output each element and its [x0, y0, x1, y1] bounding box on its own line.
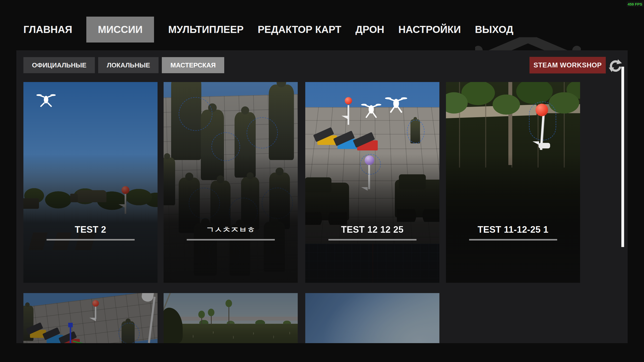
mission-thumbnail-platform	[305, 82, 439, 283]
mission-card-test-12-12-25[interactable]: TEST 12 12 25	[305, 82, 439, 283]
missions-panel: ОФИЦИАЛЬНЫЕ ЛОКАЛЬНЫЕ МАСТЕРСКАЯ STEAM W…	[16, 50, 628, 343]
mission-card-hangul[interactable]: ㄱㅅㅊㅈㅂㅎ	[164, 82, 298, 283]
mission-thumbnail-field	[23, 82, 158, 283]
scene-dim	[305, 293, 439, 343]
mission-thumbnail-soldiers	[164, 82, 298, 283]
missions-scrollbar[interactable]	[621, 67, 624, 247]
emblem-arm-right	[524, 37, 579, 50]
nav-item-missions[interactable]: МИССИИ	[86, 17, 154, 43]
refresh-arrows-glyph	[608, 58, 623, 73]
mission-thumbnail-forest	[446, 82, 580, 283]
mission-card-test-11-12-25-1[interactable]: TEST 11-12-25 1	[446, 82, 580, 283]
mission-card-untitled-3[interactable]	[305, 293, 439, 343]
tab-workshop[interactable]: МАСТЕРСКАЯ	[162, 57, 224, 73]
nav-item-settings[interactable]: НАСТРОЙКИ	[398, 24, 461, 35]
nav-item-map-editor[interactable]: РЕДАКТОР КАРТ	[258, 24, 341, 35]
game-root: { "hud": { "fps": "459 FPS" }, "nav": { …	[0, 0, 644, 362]
mission-thumbnail-field-2	[164, 293, 298, 343]
refresh-icon[interactable]	[608, 58, 623, 73]
mission-card-untitled-1[interactable]	[23, 293, 158, 343]
bottom-shade	[446, 82, 580, 283]
mission-title: ㄱㅅㅊㅈㅂㅎ	[164, 224, 298, 235]
mission-title: TEST 12 12 25	[305, 224, 439, 235]
mission-thumbnail-platform-2	[23, 293, 158, 343]
scene-dim	[23, 293, 158, 343]
nav-item-exit[interactable]: ВЫХОД	[475, 24, 513, 35]
nav-item-main[interactable]: ГЛАВНАЯ	[23, 24, 72, 35]
bottom-shade	[305, 82, 439, 283]
title-underline	[328, 239, 416, 240]
tab-local[interactable]: ЛОКАЛЬНЫЕ	[98, 57, 159, 73]
main-nav: ГЛАВНАЯ МИССИИ МУЛЬТИПЛЕЕР РЕДАКТОР КАРТ…	[23, 17, 513, 42]
title-underline	[47, 239, 135, 240]
mission-card-untitled-2[interactable]	[164, 293, 298, 343]
bottom-shade	[23, 82, 158, 283]
mission-title: TEST 2	[23, 224, 158, 235]
mission-title: TEST 11-12-25 1	[446, 224, 580, 235]
nav-item-multiplayer[interactable]: МУЛЬТИПЛЕЕР	[168, 24, 244, 35]
tab-official[interactable]: ОФИЦИАЛЬНЫЕ	[23, 57, 95, 73]
emblem-rotor-right	[572, 46, 581, 50]
title-underline	[469, 239, 557, 240]
mission-thumbnail-sky	[305, 293, 439, 343]
mission-card-test-2[interactable]: TEST 2	[23, 82, 158, 283]
fps-counter: 459 FPS	[627, 2, 643, 7]
bottom-shade	[164, 82, 298, 283]
scene-dim	[164, 293, 298, 343]
title-underline	[187, 239, 275, 240]
steam-workshop-button[interactable]: STEAM WORKSHOP	[529, 57, 606, 73]
mission-filter-tabs: ОФИЦИАЛЬНЫЕ ЛОКАЛЬНЫЕ МАСТЕРСКАЯ	[23, 57, 224, 73]
emblem-rotor-left	[475, 46, 483, 50]
nav-item-drone[interactable]: ДРОН	[355, 24, 384, 35]
